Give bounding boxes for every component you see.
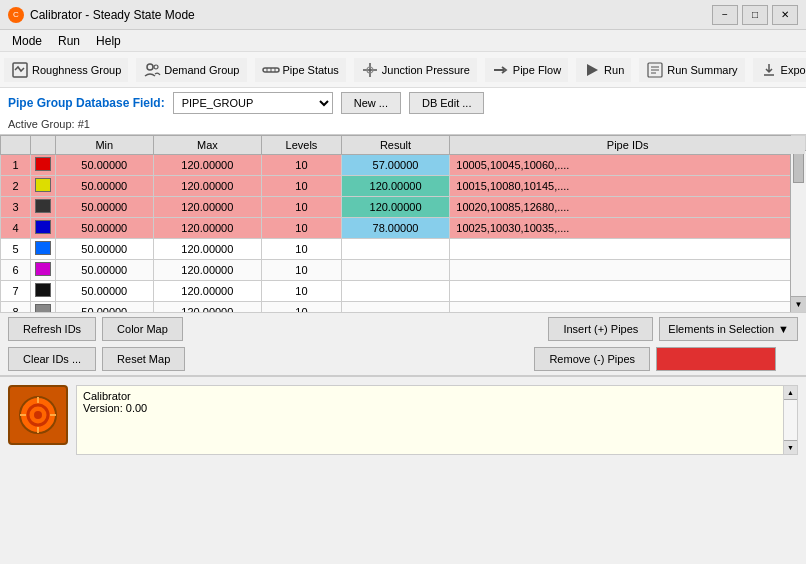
- menu-bar: Mode Run Help: [0, 30, 806, 52]
- col-header-pipe-ids: Pipe IDs: [450, 136, 806, 155]
- levels-cell: 10: [262, 239, 342, 260]
- color-cell[interactable]: [31, 218, 56, 239]
- reset-map-button[interactable]: Reset Map: [102, 347, 185, 371]
- col-header-levels: Levels: [262, 136, 342, 155]
- log-box: Calibrator Version: 0.00 ▲ ▼: [76, 385, 798, 455]
- color-cell[interactable]: [31, 197, 56, 218]
- levels-cell: 10: [262, 218, 342, 239]
- new-button[interactable]: New ...: [341, 92, 401, 114]
- levels-cell: 10: [262, 197, 342, 218]
- pipe-groups-table: Min Max Levels Result Pipe IDs 150.00000…: [0, 135, 806, 312]
- maximize-button[interactable]: □: [742, 5, 768, 25]
- vscroll-track[interactable]: [791, 151, 806, 296]
- active-group: Active Group: #1: [8, 118, 798, 130]
- max-cell: 120.00000: [153, 239, 261, 260]
- remove-pipes-button[interactable]: Remove (-) Pipes: [534, 347, 650, 371]
- roughness-group-button[interactable]: Roughness Group: [4, 58, 128, 82]
- result-cell: 120.00000: [341, 197, 449, 218]
- export-results-button[interactable]: Export Results: [753, 58, 806, 82]
- result-cell: [341, 281, 449, 302]
- db-field-row: Pipe Group Database Field: PIPE_GROUP Ne…: [8, 92, 798, 114]
- junction-icon: [361, 61, 379, 79]
- roughness-icon: [11, 61, 29, 79]
- levels-cell: 10: [262, 302, 342, 313]
- junction-pressure-button[interactable]: Junction Pressure: [354, 58, 477, 82]
- min-cell: 50.00000: [56, 218, 154, 239]
- pipe-ids-cell: 10015,10080,10145,....: [450, 176, 806, 197]
- close-button[interactable]: ✕: [772, 5, 798, 25]
- menu-mode[interactable]: Mode: [4, 32, 50, 50]
- chevron-down-icon: ▼: [778, 323, 789, 335]
- db-field-label: Pipe Group Database Field:: [8, 96, 165, 110]
- max-cell: 120.00000: [153, 155, 261, 176]
- color-cell[interactable]: [31, 176, 56, 197]
- elements-in-selection-button[interactable]: Elements in Selection ▼: [659, 317, 798, 341]
- color-cell[interactable]: [31, 155, 56, 176]
- max-cell: 120.00000: [153, 281, 261, 302]
- pipe-group-select[interactable]: PIPE_GROUP: [173, 92, 333, 114]
- levels-cell: 10: [262, 176, 342, 197]
- result-cell: 120.00000: [341, 176, 449, 197]
- col-header-color: [31, 136, 56, 155]
- col-header-result: Result: [341, 136, 449, 155]
- bottom-panel: Calibrator Version: 0.00 ▲ ▼: [0, 375, 806, 463]
- vscroll-down-btn[interactable]: ▼: [791, 296, 806, 312]
- export-results-label: Export Results: [781, 64, 806, 76]
- minimize-button[interactable]: −: [712, 5, 738, 25]
- color-cell[interactable]: [31, 281, 56, 302]
- table-container[interactable]: Min Max Levels Result Pipe IDs 150.00000…: [0, 135, 806, 312]
- run-summary-label: Run Summary: [667, 64, 737, 76]
- color-cell[interactable]: [31, 260, 56, 281]
- min-cell: 50.00000: [56, 176, 154, 197]
- pipe-ids-cell: 10005,10045,10060,....: [450, 155, 806, 176]
- menu-run[interactable]: Run: [50, 32, 88, 50]
- pipe-flow-icon: [492, 61, 510, 79]
- menu-help[interactable]: Help: [88, 32, 129, 50]
- min-cell: 50.00000: [56, 260, 154, 281]
- elements-in-selection-label: Elements in Selection: [668, 323, 774, 335]
- db-edit-button[interactable]: DB Edit ...: [409, 92, 485, 114]
- levels-cell: 10: [262, 281, 342, 302]
- insert-pipes-button[interactable]: Insert (+) Pipes: [548, 317, 653, 341]
- pipe-status-button[interactable]: Pipe Status: [255, 58, 346, 82]
- pipe-status-label: Pipe Status: [283, 64, 339, 76]
- max-cell: 120.00000: [153, 302, 261, 313]
- clear-ids-button[interactable]: Clear IDs ...: [8, 347, 96, 371]
- logo-box: [8, 385, 68, 445]
- run-icon: [583, 61, 601, 79]
- title-bar: C Calibrator - Steady State Mode − □ ✕: [0, 0, 806, 30]
- run-summary-button[interactable]: Run Summary: [639, 58, 744, 82]
- log-scroll-down[interactable]: ▼: [784, 440, 797, 454]
- title-bar-left: C Calibrator - Steady State Mode: [8, 7, 195, 23]
- color-cell[interactable]: [31, 239, 56, 260]
- demand-group-button[interactable]: Demand Group: [136, 58, 246, 82]
- table-vscrollbar[interactable]: ▲ ▼: [790, 135, 806, 312]
- log-scroll-track: [784, 400, 797, 440]
- calibrator-logo: [18, 395, 58, 435]
- table-row: 2: [1, 176, 31, 197]
- table-row: 3: [1, 197, 31, 218]
- min-cell: 50.00000: [56, 239, 154, 260]
- pipe-ids-cell: [450, 281, 806, 302]
- vscroll-thumb[interactable]: [793, 153, 804, 183]
- svg-point-1: [147, 64, 153, 70]
- color-cell[interactable]: [31, 302, 56, 313]
- title-bar-controls[interactable]: − □ ✕: [712, 5, 798, 25]
- color-map-button[interactable]: Color Map: [102, 317, 183, 341]
- max-cell: 120.00000: [153, 176, 261, 197]
- log-version: Version: 0.00: [83, 402, 791, 414]
- refresh-ids-button[interactable]: Refresh IDs: [8, 317, 96, 341]
- max-cell: 120.00000: [153, 260, 261, 281]
- table-row: 7: [1, 281, 31, 302]
- min-cell: 50.00000: [56, 197, 154, 218]
- pipe-ids-cell: 10020,10085,12680,....: [450, 197, 806, 218]
- run-button[interactable]: Run: [576, 58, 631, 82]
- pipe-ids-cell: [450, 239, 806, 260]
- col-header-max: Max: [153, 136, 261, 155]
- pipe-ids-cell: [450, 260, 806, 281]
- pipe-flow-button[interactable]: Pipe Flow: [485, 58, 568, 82]
- log-scrollbar[interactable]: ▲ ▼: [783, 386, 797, 454]
- min-cell: 50.00000: [56, 155, 154, 176]
- table-row: 8: [1, 302, 31, 313]
- log-scroll-up[interactable]: ▲: [784, 386, 797, 400]
